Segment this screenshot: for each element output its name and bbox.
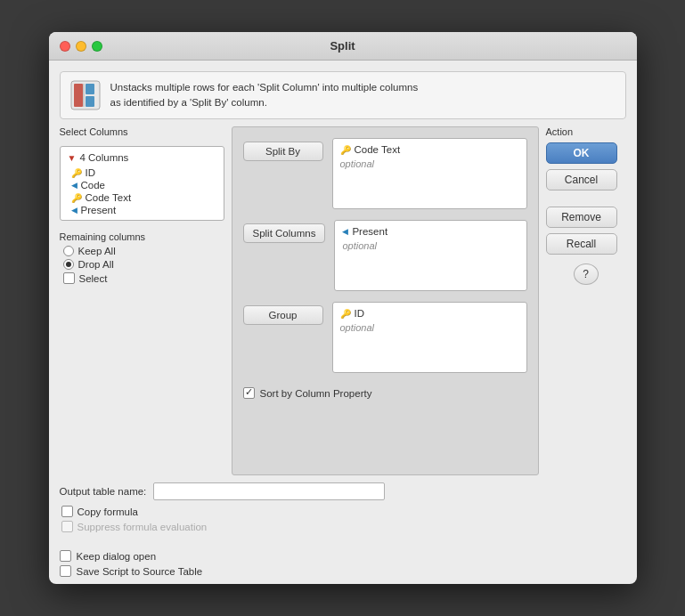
keep-dialog-checkbox[interactable] — [60, 550, 71, 562]
group-button[interactable]: Group — [243, 305, 323, 325]
split-by-optional: optional — [340, 158, 519, 169]
title-bar: Split — [49, 32, 637, 61]
svg-rect-3 — [86, 96, 94, 107]
output-row: Output table name: — [60, 482, 626, 500]
radio-drop-all[interactable]: Drop All — [63, 259, 224, 270]
save-script-checkbox[interactable] — [60, 565, 71, 577]
suppress-formula-checkbox — [61, 521, 73, 532]
columns-header: ▼ 4 Columns — [64, 150, 220, 165]
list-item[interactable]: 🔑 Code Text — [64, 191, 220, 204]
keep-dialog-label: Keep dialog open — [77, 551, 157, 562]
description-bar: Unstacks multiple rows for each 'Split C… — [60, 71, 626, 119]
bottom-section: Output table name: Copy formula Suppress… — [60, 482, 626, 532]
group-slot: Group 🔑 ID optional — [243, 302, 527, 373]
select-checkbox[interactable] — [63, 272, 75, 284]
help-button[interactable]: ? — [574, 263, 599, 285]
checkbox-select[interactable]: Select — [63, 272, 224, 284]
action-buttons: OK Cancel Remove Recall ? — [546, 142, 626, 285]
id-icon: 🔑 — [71, 168, 82, 178]
code-icon: ◀ — [71, 181, 77, 190]
split-columns-button[interactable]: Split Columns — [243, 223, 326, 243]
output-label: Output table name: — [60, 486, 147, 497]
split-columns-slot: Split Columns ◀ Present optional — [243, 220, 527, 291]
codetext-drop-icon: 🔑 — [340, 145, 351, 155]
maximize-button[interactable] — [92, 41, 102, 52]
description-text: Unstacks multiple rows for each 'Split C… — [110, 80, 419, 111]
radio-keep-all-circle[interactable] — [63, 246, 74, 256]
group-optional: optional — [340, 322, 519, 333]
center-panel: Split By 🔑 Code Text optional Split Colu… — [232, 126, 539, 475]
output-input[interactable] — [153, 482, 385, 500]
split-columns-optional: optional — [342, 240, 518, 251]
close-button[interactable] — [60, 41, 70, 52]
sort-checkbox[interactable] — [243, 387, 255, 399]
svg-rect-2 — [86, 84, 94, 94]
window-footer: Keep dialog open Save Script to Source T… — [49, 543, 637, 584]
group-item: 🔑 ID — [340, 308, 519, 319]
codetext-icon: 🔑 — [71, 193, 82, 203]
copy-formula-checkbox[interactable] — [61, 506, 73, 517]
radio-keep-all[interactable]: Keep All — [63, 246, 224, 256]
split-icon — [69, 79, 102, 111]
sort-label: Sort by Column Property — [260, 388, 372, 399]
columns-box: ▼ 4 Columns 🔑 ID ◀ Code 🔑 Code Text — [60, 146, 224, 221]
copy-formula-row[interactable]: Copy formula — [61, 506, 626, 517]
split-by-drop-area[interactable]: 🔑 Code Text optional — [332, 138, 527, 209]
list-item[interactable]: ◀ Code — [64, 179, 220, 191]
recall-button[interactable]: Recall — [546, 233, 617, 255]
remaining-options: Keep All Drop All Select — [63, 246, 224, 284]
split-columns-item: ◀ Present — [342, 226, 518, 237]
present-drop-icon: ◀ — [342, 227, 348, 236]
window-title: Split — [330, 39, 355, 53]
list-item[interactable]: 🔑 ID — [64, 166, 220, 179]
suppress-formula-row: Suppress formula evaluation — [61, 521, 626, 532]
svg-rect-1 — [74, 84, 83, 107]
main-area: Select Columns ▼ 4 Columns 🔑 ID ◀ Code — [60, 126, 626, 475]
radio-drop-all-circle[interactable] — [63, 259, 74, 270]
save-script-label: Save Script to Source Table — [77, 566, 203, 577]
copy-formula-label: Copy formula — [77, 507, 138, 517]
collapse-icon[interactable]: ▼ — [68, 153, 77, 163]
minimize-button[interactable] — [76, 41, 86, 52]
split-by-item: 🔑 Code Text — [340, 144, 519, 155]
split-by-slot: Split By 🔑 Code Text optional — [243, 138, 527, 209]
traffic-lights — [60, 41, 102, 52]
split-columns-drop-area[interactable]: ◀ Present optional — [334, 220, 526, 291]
cancel-button[interactable]: Cancel — [546, 169, 617, 190]
main-window: Split Unstacks multiple rows for each 'S… — [49, 32, 637, 584]
split-by-button[interactable]: Split By — [243, 142, 323, 161]
group-drop-area[interactable]: 🔑 ID optional — [332, 302, 527, 373]
keep-dialog-row[interactable]: Keep dialog open — [60, 550, 626, 562]
action-label: Action — [546, 126, 626, 137]
sort-row: Sort by Column Property — [243, 387, 527, 399]
remove-button[interactable]: Remove — [546, 207, 617, 228]
save-script-row[interactable]: Save Script to Source Table — [60, 565, 626, 577]
suppress-formula-label: Suppress formula evaluation — [77, 522, 208, 532]
list-item[interactable]: ◀ Present — [64, 204, 220, 216]
right-panel: Action OK Cancel Remove Recall ? — [546, 126, 626, 475]
ok-button[interactable]: OK — [546, 142, 617, 164]
select-columns-label: Select Columns — [60, 126, 224, 137]
left-panel: Select Columns ▼ 4 Columns 🔑 ID ◀ Code — [60, 126, 224, 475]
remaining-section: Remaining columns Keep All Drop All S — [60, 231, 224, 284]
window-body: Unstacks multiple rows for each 'Split C… — [49, 61, 637, 543]
remaining-label: Remaining columns — [60, 231, 224, 242]
id-drop-icon: 🔑 — [340, 309, 351, 319]
present-icon: ◀ — [71, 206, 77, 215]
